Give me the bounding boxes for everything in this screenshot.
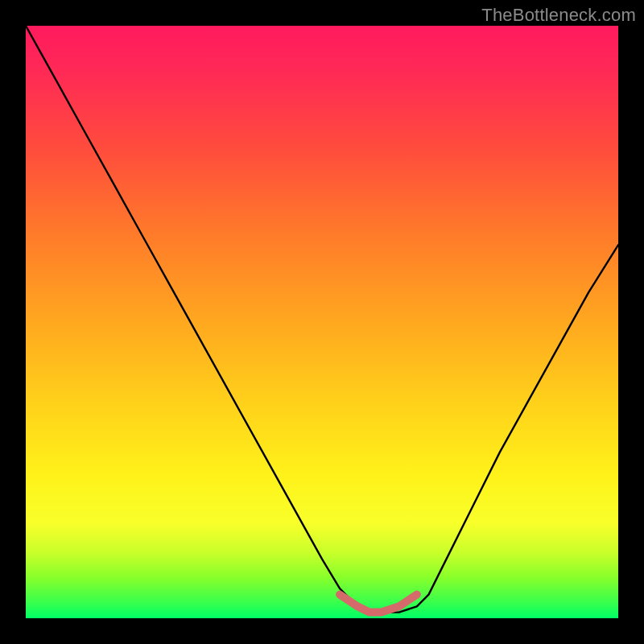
- watermark-text: TheBottleneck.com: [481, 5, 636, 26]
- chart-svg: [26, 26, 618, 618]
- plot-area: [26, 26, 618, 618]
- chart-frame: TheBottleneck.com: [0, 0, 644, 644]
- bottleneck-curve: [26, 26, 618, 613]
